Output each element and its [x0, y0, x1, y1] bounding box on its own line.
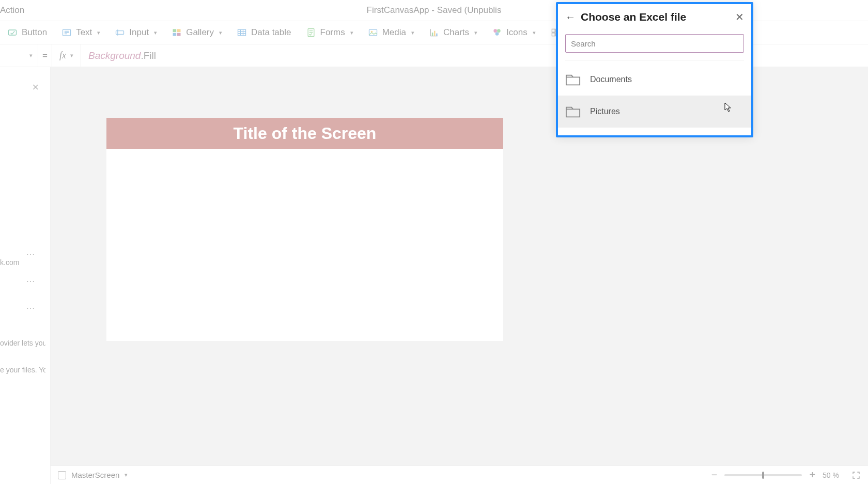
zoom-slider[interactable]: [724, 474, 802, 476]
chevron-down-icon: ▾: [532, 29, 536, 36]
datatable-icon: [237, 27, 247, 38]
svg-rect-2: [116, 31, 124, 35]
ribbon-forms-label: Forms: [320, 27, 345, 38]
chevron-down-icon: ▾: [473, 29, 477, 36]
zoom-controls: − + 50 %: [711, 469, 861, 481]
ribbon-media-label: Media: [382, 27, 406, 38]
property-selector[interactable]: ▾: [0, 44, 38, 67]
close-icon[interactable]: ×: [32, 81, 39, 94]
connector-snippet: ovider lets you ...: [0, 339, 45, 347]
zoom-out-button[interactable]: −: [711, 469, 718, 481]
chevron-down-icon: ▾: [218, 29, 222, 36]
connector-snippet: e your files. Yo...: [0, 366, 45, 374]
charts-icon: [429, 27, 439, 38]
status-bar: MasterScreen ▾ − + 50 %: [51, 465, 868, 484]
svg-rect-20: [432, 33, 433, 36]
icons-icon: [492, 27, 502, 38]
more-icon[interactable]: …: [26, 301, 36, 311]
ribbon-icons-label: Icons: [506, 27, 528, 38]
ribbon-button-label: Button: [22, 27, 47, 38]
svg-rect-4: [173, 29, 177, 32]
folder-label: Pictures: [590, 107, 620, 116]
equals-label: =: [38, 51, 52, 61]
svg-rect-21: [434, 31, 436, 36]
chevron-down-icon[interactable]: ▾: [119, 472, 128, 478]
panel-title: Choose an Excel file: [581, 11, 686, 23]
left-panel: × k.com … … … ovider lets you ... e your…: [0, 67, 51, 484]
screen-checkbox[interactable]: [58, 471, 66, 479]
ribbon-gallery-label: Gallery: [186, 27, 214, 38]
search-input[interactable]: [565, 34, 744, 53]
svg-rect-6: [173, 33, 177, 36]
ribbon-text[interactable]: Text▾: [61, 27, 100, 38]
ribbon-charts-label: Charts: [443, 27, 469, 38]
screen-title-label: Title of the Screen: [234, 124, 377, 143]
ribbon-datatable-label: Data table: [251, 27, 291, 38]
screen-selector[interactable]: MasterScreen: [71, 471, 119, 479]
media-icon: [368, 27, 378, 38]
ribbon-button[interactable]: Button: [7, 27, 47, 38]
button-icon: [7, 27, 18, 38]
svg-rect-26: [552, 29, 555, 32]
svg-rect-0: [9, 30, 17, 35]
zoom-pct-sign: %: [833, 471, 839, 479]
svg-point-25: [495, 32, 499, 36]
ribbon-icons[interactable]: Icons▾: [492, 27, 536, 38]
screen-header[interactable]: Title of the Screen: [106, 118, 503, 149]
svg-rect-28: [552, 33, 555, 36]
formula-property: Fill: [144, 50, 156, 61]
ribbon-input[interactable]: Input▾: [115, 27, 157, 38]
more-icon[interactable]: …: [26, 274, 36, 285]
zoom-value: 50: [823, 471, 831, 479]
fx-label: fx: [59, 50, 66, 61]
svg-rect-5: [177, 29, 181, 32]
screen-preview[interactable]: Title of the Screen: [106, 118, 503, 341]
fx-button[interactable]: fx▾: [52, 44, 81, 67]
svg-point-23: [493, 29, 497, 33]
chevron-down-icon: ▾: [66, 52, 73, 59]
back-button[interactable]: ←: [565, 12, 576, 22]
chevron-down-icon: ▾: [96, 29, 100, 36]
ribbon-gallery[interactable]: Gallery▾: [172, 27, 222, 38]
svg-rect-7: [177, 33, 181, 36]
ribbon-input-label: Input: [129, 27, 149, 38]
svg-rect-22: [436, 34, 438, 36]
chevron-down-icon: ▾: [349, 29, 353, 36]
close-icon[interactable]: ✕: [735, 11, 744, 23]
chevron-down-icon: ▾: [410, 29, 414, 36]
gallery-icon: [172, 27, 182, 38]
input-icon: [115, 27, 125, 38]
formula-object: Background: [88, 50, 141, 61]
folder-documents[interactable]: Documents: [558, 64, 751, 96]
svg-point-24: [497, 29, 501, 33]
ribbon-datatable[interactable]: Data table: [237, 27, 291, 38]
chevron-down-icon: ▾: [153, 29, 157, 36]
folder-pictures[interactable]: Pictures: [558, 96, 751, 128]
ribbon-text-label: Text: [76, 27, 92, 38]
ribbon-media[interactable]: Media▾: [368, 27, 414, 38]
svg-rect-8: [238, 29, 246, 36]
folder-icon: [565, 105, 581, 118]
divider: [565, 60, 744, 60]
action-tab[interactable]: Action: [0, 5, 24, 15]
ribbon-charts[interactable]: Charts▾: [429, 27, 477, 38]
folder-icon: [565, 73, 581, 86]
more-icon[interactable]: …: [26, 247, 36, 258]
ribbon-forms[interactable]: Forms▾: [306, 27, 353, 38]
folder-label: Documents: [590, 75, 632, 84]
excel-file-picker-panel: ← Choose an Excel file ✕ Documents Pictu…: [556, 2, 753, 137]
fit-to-screen-icon[interactable]: [851, 471, 861, 480]
forms-icon: [306, 27, 316, 38]
connector-snippet: k.com: [0, 258, 19, 267]
text-icon: [61, 27, 72, 38]
svg-rect-16: [369, 29, 377, 36]
zoom-in-button[interactable]: +: [809, 469, 815, 481]
